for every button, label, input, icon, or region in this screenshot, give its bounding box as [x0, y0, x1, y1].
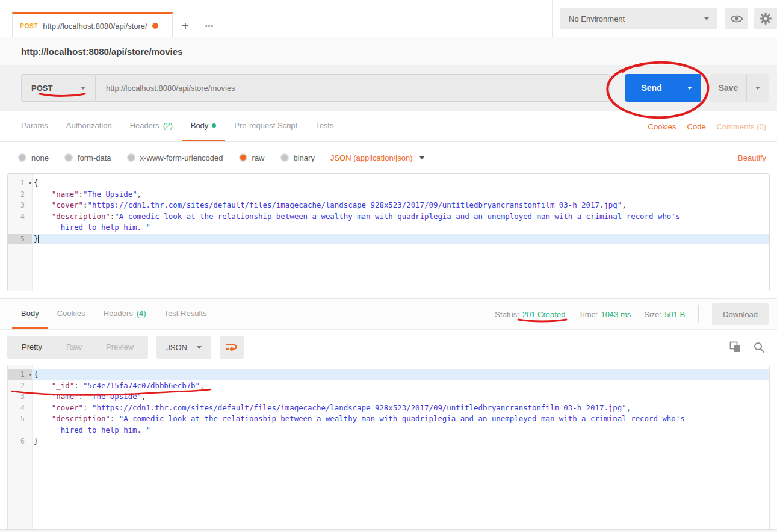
code-text: "cover":"https://cdn1.thr.com/sites/defa…: [32, 200, 769, 211]
wrap-text-icon: [225, 342, 238, 353]
content-type-label: JSON (application/json): [330, 153, 413, 162]
meta-label: Status:: [495, 310, 519, 319]
fold-arrow-icon[interactable]: ▾: [29, 369, 32, 380]
new-tab-button[interactable]: +: [173, 14, 199, 37]
tab-label: Test Results: [164, 309, 207, 318]
environment-select[interactable]: No Environment: [560, 8, 717, 29]
tab-count: (2): [163, 121, 173, 130]
copy-icon[interactable]: [729, 341, 741, 353]
code-text: {: [32, 178, 769, 189]
save-button[interactable]: Save: [710, 74, 769, 102]
body-type-none[interactable]: none: [18, 153, 49, 162]
code-text: "cover": "https://cdn1.thr.com/sites/def…: [32, 403, 769, 414]
url-input[interactable]: [96, 74, 610, 102]
request-builder: POST Send Save: [0, 65, 777, 111]
code-line: 6}: [8, 436, 769, 447]
tab-headers[interactable]: Headers(2): [121, 111, 182, 141]
radio-label: x-www-form-urlencoded: [140, 153, 223, 162]
tab-body[interactable]: Body: [12, 299, 48, 329]
meta-value: 201 Created: [522, 310, 566, 319]
send-options-caret[interactable]: [678, 74, 701, 102]
tab-pre-request-script[interactable]: Pre-request Script: [225, 111, 306, 141]
radio-label: raw: [252, 153, 265, 162]
save-options-caret[interactable]: [746, 74, 769, 102]
content-type-select[interactable]: JSON (application/json): [330, 153, 425, 162]
request-body-editor[interactable]: 1▾{2 "name":"The Upside",3 "cover":"http…: [7, 173, 770, 291]
code-line: 4 "description":"A comedic look at the r…: [8, 211, 769, 234]
radio-unselected-icon: [280, 153, 289, 162]
code-line: 5 "description": "A comedic look at the …: [8, 413, 769, 436]
body-type-raw[interactable]: raw: [239, 153, 265, 162]
body-type-form-data[interactable]: form-data: [64, 153, 111, 162]
tab-label: Params: [21, 121, 48, 130]
view-tab-pretty[interactable]: Pretty: [10, 336, 54, 359]
line-number-text: 4: [20, 404, 25, 412]
request-title-row: http://localhost:8080/api/store/movies: [0, 37, 777, 65]
line-number-text: 1: [20, 370, 25, 379]
line-number-text: 2: [20, 190, 25, 199]
code-line: 2 "name":"The Upside",: [8, 189, 769, 200]
tab-tests[interactable]: Tests: [306, 111, 342, 141]
code-text: "description":"A comedic look at the rel…: [32, 211, 769, 234]
radio-label: none: [31, 153, 49, 162]
request-links: CookiesCodeComments (0): [648, 111, 777, 141]
response-meta: Status:201 CreatedTime:1043 msSize:501 B…: [495, 299, 777, 329]
tab-cookies[interactable]: Cookies: [48, 299, 94, 329]
view-tab-preview[interactable]: Preview: [94, 336, 146, 359]
tab-count: (4): [137, 309, 146, 318]
header-divider: [552, 0, 553, 37]
code-line: 3 "name": "The Upside",: [8, 391, 769, 403]
beautify-link[interactable]: Beautify: [738, 153, 777, 162]
view-tab-raw[interactable]: Raw: [54, 336, 94, 359]
response-view-switch: PrettyRawPreview: [7, 336, 148, 359]
code-text: }: [32, 234, 769, 245]
unsaved-dot-icon: [152, 23, 158, 29]
code-link[interactable]: Code: [687, 122, 706, 131]
comments-0-link[interactable]: Comments (0): [717, 122, 766, 131]
radio-unselected-icon: [127, 153, 135, 162]
body-type-binary[interactable]: binary: [280, 153, 315, 162]
size-meta: Size:501 B: [644, 310, 685, 319]
code-line: 1▾{: [8, 178, 769, 189]
meta-label: Time:: [578, 310, 598, 319]
tab-label: Tests: [315, 121, 333, 130]
radio-label: form-data: [78, 153, 111, 162]
window-bottom-edge: [0, 529, 777, 532]
tab-options-button[interactable]: •••: [198, 14, 221, 37]
response-header-row: BodyCookiesHeaders(4)Test Results Status…: [0, 298, 777, 330]
tab-authorization[interactable]: Authorization: [57, 111, 121, 141]
body-filled-dot-icon: [212, 123, 216, 128]
meta-divider: [698, 305, 699, 323]
method-select[interactable]: POST: [21, 74, 96, 102]
tab-label: Headers: [130, 121, 159, 130]
tab-label: Body: [21, 309, 39, 318]
code-text: "description": "A comedic look at the re…: [32, 413, 769, 436]
line-number: 3: [8, 200, 32, 211]
tab-body[interactable]: Body: [182, 111, 226, 141]
tab-headers[interactable]: Headers(4): [94, 299, 155, 329]
line-number: 5: [8, 413, 32, 436]
line-number-text: 5: [20, 235, 25, 243]
fold-arrow-icon[interactable]: ▾: [29, 178, 32, 189]
response-body-editor[interactable]: 1▾{2 "_id": "5c4e715fa74c07dbbb6ecb7b",3…: [7, 365, 770, 530]
wrap-lines-button[interactable]: [220, 336, 244, 359]
tab-params[interactable]: Params: [12, 111, 57, 141]
code-line: 3 "cover":"https://cdn1.thr.com/sites/de…: [8, 200, 769, 211]
search-icon[interactable]: [754, 342, 765, 353]
send-label: Send: [625, 74, 678, 102]
radio-unselected-icon: [64, 153, 73, 162]
response-format-select[interactable]: JSON: [156, 336, 211, 359]
line-number-text: 3: [20, 201, 25, 209]
send-button[interactable]: Send: [625, 74, 701, 102]
environment-preview-button[interactable]: [725, 8, 748, 29]
chevron-down-icon: [755, 87, 760, 90]
response-actions: [729, 341, 777, 353]
code-text: {: [32, 369, 769, 380]
body-type-x-www-form-urlencoded[interactable]: x-www-form-urlencoded: [127, 153, 223, 162]
method-label: POST: [31, 84, 52, 93]
cookies-link[interactable]: Cookies: [648, 122, 676, 131]
tab-test-results[interactable]: Test Results: [155, 299, 216, 329]
request-tab[interactable]: POST http://localhost:8080/api/store/: [12, 12, 173, 37]
download-button[interactable]: Download: [712, 303, 769, 325]
settings-button[interactable]: [754, 8, 777, 29]
